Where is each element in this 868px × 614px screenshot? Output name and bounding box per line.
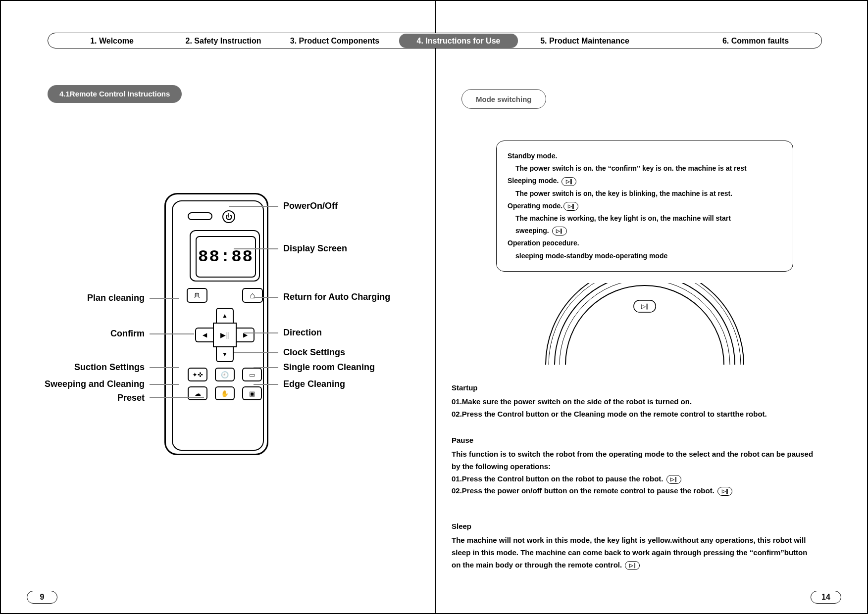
leader-line xyxy=(254,384,278,385)
remote-ir-slot-icon xyxy=(188,212,212,220)
direction-right-icon: ▶ xyxy=(237,328,255,342)
standby-heading: Standby mode. xyxy=(508,150,782,162)
section-badge-remote: 4.1Remote Control Instructions xyxy=(48,85,182,103)
page-number-left: 9 xyxy=(27,591,57,604)
play-pause-icon: ▷∥ xyxy=(562,177,576,186)
startup-body: 01.Make sure the power switch on the sid… xyxy=(452,396,818,421)
pause-body: This function is to switch the robot fro… xyxy=(452,448,818,497)
leader-line xyxy=(234,248,278,249)
label-plan-cleaning: Plan cleaning xyxy=(46,293,145,303)
leader-line xyxy=(254,297,278,298)
tabs-bar: 1. Welcome 2. Safety Instruction 3. Prod… xyxy=(48,33,822,48)
sweeping-icon: ☁ xyxy=(188,386,207,400)
play-pause-icon: ▷∥ xyxy=(552,227,567,236)
operating-body-2: sweeping. ▷∥ xyxy=(508,225,782,237)
operating-heading: Operating mode.▷∥ xyxy=(508,200,782,212)
label-preset: Preset xyxy=(46,393,145,403)
direction-left-icon: ◀ xyxy=(195,328,213,342)
label-confirm: Confirm xyxy=(46,329,145,339)
sleeping-body: The power switch is on, the key is blink… xyxy=(508,188,782,200)
label-power: PowerOn/Off xyxy=(283,201,338,211)
label-return-auto-charging: Return for Auto Charging xyxy=(283,292,390,302)
single-room-icon: ▭ xyxy=(242,368,262,381)
tab-components: 3. Product Components xyxy=(280,34,389,48)
preset-icon: ✋ xyxy=(215,386,235,400)
play-pause-icon: ▷∥ xyxy=(666,475,681,484)
power-icon: ⏻ xyxy=(222,210,235,223)
confirm-play-pause-icon: ▶∥ xyxy=(213,323,237,347)
leader-line xyxy=(150,384,179,385)
play-pause-icon: ▷∥ xyxy=(625,561,640,570)
sleeping-heading: Sleeping mode. ▷∥ xyxy=(508,175,782,187)
leader-line xyxy=(244,332,278,333)
lcd-display: 88:88 xyxy=(196,236,256,278)
leader-line xyxy=(254,367,278,368)
edge-icon: ▣ xyxy=(242,386,262,400)
label-edge: Edge Cleaning xyxy=(283,379,345,389)
suction-icon: ✦✜ xyxy=(188,368,207,381)
svg-text:▷∥: ▷∥ xyxy=(641,303,649,310)
leader-line xyxy=(150,298,179,299)
mode-switching-badge: Mode switching xyxy=(461,89,546,109)
label-direction: Direction xyxy=(283,328,322,338)
sleep-heading: Sleep xyxy=(452,520,818,533)
label-display: Display Screen xyxy=(283,243,347,254)
sleep-body: The machine will not work in this mode, … xyxy=(452,534,818,571)
procedure-heading: Operation peocedure. xyxy=(508,237,782,249)
label-sweeping: Sweeping and Cleaning xyxy=(16,379,145,389)
tab-welcome: 1. Welcome xyxy=(67,34,156,48)
mode-description-box: Standby mode. The power switch is on. th… xyxy=(496,141,793,272)
direction-up-icon: ▲ xyxy=(216,308,234,323)
robot-top-illustration: ▷∥ xyxy=(536,283,754,367)
label-suction: Suction Settings xyxy=(31,362,145,373)
tab-instructions-use: 4. Instructions for Use xyxy=(399,34,518,48)
pause-heading: Pause xyxy=(452,434,818,447)
leader-line xyxy=(150,397,204,398)
operating-body-1: The machine is working, the key light is… xyxy=(508,212,782,225)
tab-maintenance: 5. Product Maintenance xyxy=(523,34,647,48)
return-home-icon: ⌂ xyxy=(242,288,263,303)
page-number-right: 14 xyxy=(811,591,841,604)
direction-down-icon: ▼ xyxy=(216,347,234,362)
clock-icon: 🕘 xyxy=(215,368,235,381)
label-single-room: Single room Cleaning xyxy=(283,362,375,373)
remote-control-illustration: ⏻ 88:88 ᙏ ⌂ ▲ ▼ ◀ ▶ ▶∥ ✦✜ 🕘 xyxy=(164,193,268,455)
leader-line xyxy=(150,333,194,334)
tab-common-faults: 6. Common faults xyxy=(706,34,805,48)
startup-heading: Startup xyxy=(452,382,818,394)
leader-line xyxy=(234,352,278,353)
play-pause-icon: ▷∥ xyxy=(717,487,732,496)
label-clock: Clock Settings xyxy=(283,347,345,358)
leader-line xyxy=(150,367,179,368)
play-pause-icon: ▷∥ xyxy=(563,202,578,211)
procedure-body: sleeping mode-standby mode-operating mod… xyxy=(508,250,782,262)
direction-pad: ▲ ▼ ◀ ▶ ▶∥ xyxy=(195,308,255,362)
lcd-frame: 88:88 xyxy=(190,230,260,282)
standby-body: The power switch is on. the “confirm” ke… xyxy=(508,162,782,175)
leader-line xyxy=(229,206,278,207)
plan-cleaning-icon: ᙏ xyxy=(187,288,207,303)
tab-safety: 2. Safety Instruction xyxy=(176,34,270,48)
